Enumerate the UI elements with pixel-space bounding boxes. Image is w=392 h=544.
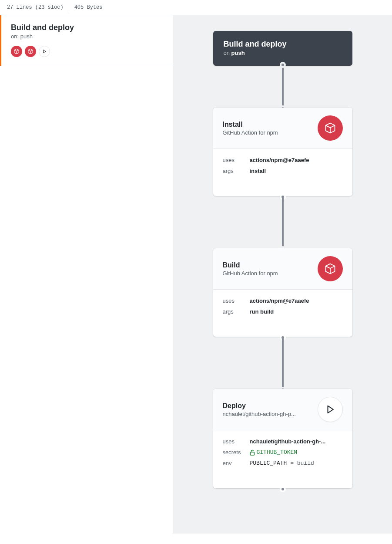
flow-connector	[282, 66, 284, 108]
kv-value: run build	[250, 308, 274, 315]
kv-row: uses nchaulet/github-action-gh-...	[223, 438, 343, 445]
file-info-bar: 27 lines (23 sloc) 405 Bytes	[0, 0, 392, 15]
workflow-action-icons	[11, 46, 163, 57]
package-icon[interactable]	[11, 46, 22, 57]
file-lines: 27 lines (23 sloc)	[7, 4, 64, 10]
play-icon	[318, 397, 343, 422]
flow-connector	[282, 337, 284, 389]
svg-rect-0	[250, 452, 254, 455]
file-size: 405 Bytes	[74, 4, 103, 10]
action-title: Build	[223, 261, 278, 269]
kv-row: args run build	[223, 308, 343, 315]
env-value: PUBLIC_PATH = build	[250, 460, 314, 466]
workflow-list-item[interactable]: Build and deploy on: push	[0, 15, 173, 66]
workflow-canvas[interactable]: Build and deploy on push Install GitHub …	[173, 15, 392, 534]
flow-node-dot	[280, 62, 286, 68]
kv-key: secrets	[223, 449, 250, 456]
kv-key: args	[223, 168, 250, 174]
action-title: Deploy	[223, 402, 296, 410]
action-subtitle: GitHub Action for npm	[223, 129, 278, 136]
action-card-body: uses nchaulet/github-action-gh-... secre…	[213, 430, 352, 488]
kv-row: args install	[223, 168, 343, 174]
package-icon	[318, 256, 343, 281]
action-card-build[interactable]: Build GitHub Action for npm uses actions…	[213, 248, 352, 337]
action-card-header: Install GitHub Action for npm	[213, 108, 352, 149]
workflow-trigger: on: push	[11, 33, 163, 40]
workflow-header-card[interactable]: Build and deploy on push	[213, 31, 352, 66]
kv-row: uses actions/npm@e7aaefe	[223, 297, 343, 304]
divider	[69, 3, 69, 11]
kv-key: uses	[223, 157, 250, 163]
secret-value: GITHUB_TOKEN	[250, 449, 298, 456]
kv-key: env	[223, 460, 250, 466]
kv-value: install	[250, 168, 266, 174]
play-icon[interactable]	[39, 46, 50, 57]
action-card-install[interactable]: Install GitHub Action for npm uses actio…	[213, 108, 352, 196]
workflow-sidebar: Build and deploy on: push	[0, 15, 173, 534]
workflow-header-title: Build and deploy	[224, 40, 342, 49]
package-icon	[318, 115, 343, 141]
flow-node-dot	[280, 486, 286, 492]
kv-value: nchaulet/github-action-gh-...	[250, 438, 326, 445]
workflow-header-trigger: on push	[224, 50, 342, 56]
kv-row: uses actions/npm@e7aaefe	[223, 157, 343, 163]
package-icon[interactable]	[25, 46, 36, 57]
workflow-title: Build and deploy	[11, 23, 163, 32]
kv-key: uses	[223, 438, 250, 445]
kv-row: env PUBLIC_PATH = build	[223, 460, 343, 466]
kv-value: actions/npm@e7aaefe	[250, 297, 309, 304]
action-card-header: Build GitHub Action for npm	[213, 248, 352, 290]
action-card-header: Deploy nchaulet/github-action-gh-p...	[213, 389, 352, 430]
kv-key: uses	[223, 297, 250, 304]
kv-key: args	[223, 308, 250, 315]
action-subtitle: nchaulet/github-action-gh-p...	[223, 411, 296, 417]
kv-value: actions/npm@e7aaefe	[250, 157, 309, 163]
action-card-body: uses actions/npm@e7aaefe args run build	[213, 290, 352, 337]
action-title: Install	[223, 121, 278, 128]
action-card-deploy[interactable]: Deploy nchaulet/github-action-gh-p... us…	[213, 389, 352, 488]
flow-connector	[282, 196, 284, 248]
kv-row: secrets GITHUB_TOKEN	[223, 449, 343, 456]
action-subtitle: GitHub Action for npm	[223, 270, 278, 277]
action-card-body: uses actions/npm@e7aaefe args install	[213, 149, 352, 196]
lock-icon	[250, 449, 255, 456]
